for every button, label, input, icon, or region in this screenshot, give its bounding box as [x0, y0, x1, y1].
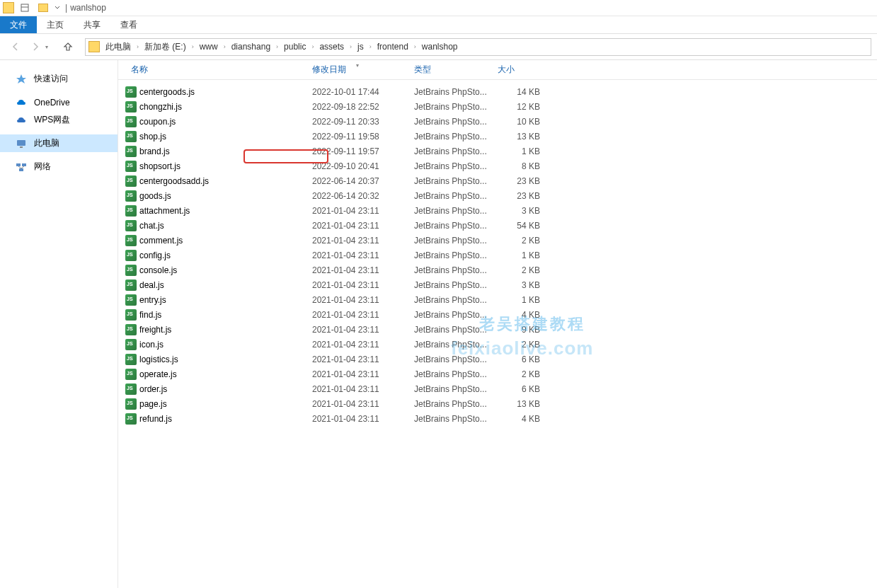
file-type: JetBrains PhpSto... — [414, 132, 498, 142]
file-row[interactable]: chat.js2021-01-04 23:11JetBrains PhpSto.… — [125, 218, 877, 233]
svg-rect-6 — [19, 168, 23, 171]
qat-dropdown[interactable] — [52, 1, 62, 15]
file-row[interactable]: centergoodsadd.js2022-06-14 20:37JetBrai… — [125, 173, 877, 188]
file-date: 2021-01-04 23:11 — [312, 236, 414, 246]
file-type: JetBrains PhpSto... — [414, 161, 498, 171]
sidebar-item-star[interactable]: 快速访问 — [0, 70, 117, 88]
ribbon-tab-view[interactable]: 查看 — [110, 16, 147, 33]
sidebar-item-pc[interactable]: 此电脑 — [0, 134, 117, 152]
breadcrumb-item[interactable]: www — [198, 42, 219, 52]
js-file-icon — [125, 131, 137, 142]
column-header-name[interactable]: 名称 — [125, 64, 306, 76]
svg-rect-2 — [17, 140, 25, 146]
file-name: console.js — [139, 265, 312, 275]
file-row[interactable]: order.js2021-01-04 23:11JetBrains PhpSto… — [125, 381, 877, 396]
file-row[interactable]: page.js2021-01-04 23:11JetBrains PhpSto.… — [125, 396, 877, 411]
file-row[interactable]: operate.js2021-01-04 23:11JetBrains PhpS… — [125, 367, 877, 381]
breadcrumb-item[interactable]: 此电脑 — [104, 41, 132, 53]
js-file-icon — [125, 86, 137, 98]
file-date: 2021-01-04 23:11 — [312, 369, 414, 379]
file-row[interactable]: brand.js2022-09-11 19:57JetBrains PhpSto… — [125, 144, 877, 158]
breadcrumb-item[interactable]: js — [356, 42, 365, 52]
js-file-icon — [125, 324, 137, 335]
file-row[interactable]: shop.js2022-09-11 19:58JetBrains PhpSto.… — [125, 129, 877, 144]
file-date: 2021-01-04 23:11 — [312, 414, 414, 424]
js-file-icon — [125, 146, 137, 157]
file-size: 14 KB — [498, 87, 540, 97]
js-file-icon — [125, 413, 137, 425]
file-size: 13 KB — [498, 399, 540, 409]
breadcrumb-item[interactable]: 新加卷 (E:) — [143, 41, 188, 53]
network-icon — [16, 161, 27, 173]
chevron-right-icon[interactable]: › — [188, 43, 198, 50]
file-list: centergoods.js2022-10-01 17:44JetBrains … — [118, 80, 877, 426]
file-row[interactable]: icon.js2021-01-04 23:11JetBrains PhpSto.… — [125, 337, 877, 352]
breadcrumb-item[interactable]: assets — [318, 42, 345, 52]
address-bar[interactable]: 此电脑›新加卷 (E:)›www›dianshang›public›assets… — [85, 38, 871, 56]
js-file-icon — [125, 175, 137, 187]
sidebar-item-cloud[interactable]: OneDrive — [0, 93, 117, 111]
file-row[interactable]: deal.js2021-01-04 23:11JetBrains PhpSto.… — [125, 277, 877, 292]
chevron-right-icon[interactable]: › — [345, 43, 356, 50]
nav-back-button[interactable] — [6, 37, 25, 57]
file-row[interactable]: comment.js2021-01-04 23:11JetBrains PhpS… — [125, 233, 877, 248]
file-date: 2021-01-04 23:11 — [312, 280, 414, 290]
chevron-right-icon[interactable]: › — [307, 43, 318, 50]
chevron-right-icon[interactable]: › — [132, 43, 143, 50]
file-row[interactable]: entry.js2021-01-04 23:11JetBrains PhpSto… — [125, 292, 877, 307]
breadcrumb-item[interactable]: public — [282, 42, 307, 52]
column-header-type[interactable]: 类型 — [408, 64, 492, 76]
file-type: JetBrains PhpSto... — [414, 176, 498, 186]
sidebar-item-cloud2[interactable]: WPS网盘 — [0, 111, 117, 129]
nav-up-button[interactable] — [58, 37, 78, 57]
file-type: JetBrains PhpSto... — [414, 384, 498, 394]
qat-newfolder-button[interactable] — [35, 1, 52, 15]
file-row[interactable]: refund.js2021-01-04 23:11JetBrains PhpSt… — [125, 411, 877, 426]
star-icon — [16, 74, 27, 85]
file-type: JetBrains PhpSto... — [414, 250, 498, 260]
ribbon-tab-file[interactable]: 文件 — [0, 16, 37, 33]
column-header-size[interactable]: 大小 — [492, 64, 540, 76]
file-date: 2022-06-14 20:37 — [312, 176, 414, 186]
nav-history-dropdown[interactable]: ▾ — [45, 44, 54, 50]
file-row[interactable]: goods.js2022-06-14 20:32JetBrains PhpSto… — [125, 188, 877, 203]
column-header-date[interactable]: ▾ 修改日期 — [306, 64, 408, 76]
file-row[interactable]: freight.js2021-01-04 23:11JetBrains PhpS… — [125, 322, 877, 337]
chevron-right-icon[interactable]: › — [410, 43, 420, 50]
breadcrumb-item[interactable]: frontend — [376, 42, 410, 52]
breadcrumb-item[interactable]: dianshang — [230, 42, 272, 52]
file-size: 6 KB — [498, 354, 540, 364]
address-folder-icon — [88, 41, 100, 52]
file-row[interactable]: find.js2021-01-04 23:11JetBrains PhpSto.… — [125, 307, 877, 322]
titlebar: | wanlshop — [0, 0, 877, 16]
ribbon-tab-home[interactable]: 主页 — [37, 16, 74, 33]
file-size: 4 KB — [498, 310, 540, 320]
chevron-right-icon[interactable]: › — [272, 43, 282, 50]
file-row[interactable]: coupon.js2022-09-11 20:33JetBrains PhpSt… — [125, 114, 877, 129]
svg-rect-5 — [22, 163, 26, 166]
file-row[interactable]: config.js2021-01-04 23:11JetBrains PhpSt… — [125, 248, 877, 263]
sidebar-item-network[interactable]: 网络 — [0, 158, 117, 175]
file-name: order.js — [139, 384, 312, 394]
file-row[interactable]: console.js2021-01-04 23:11JetBrains PhpS… — [125, 263, 877, 277]
ribbon-tab-share[interactable]: 共享 — [74, 16, 110, 33]
chevron-right-icon[interactable]: › — [365, 43, 376, 50]
file-row[interactable]: centergoods.js2022-10-01 17:44JetBrains … — [125, 84, 877, 99]
file-date: 2021-01-04 23:11 — [312, 325, 414, 335]
file-name: page.js — [139, 399, 312, 409]
file-date: 2021-01-04 23:11 — [312, 399, 414, 409]
file-row[interactable]: attachment.js2021-01-04 23:11JetBrains P… — [125, 203, 877, 218]
js-file-icon — [125, 205, 137, 217]
nav-forward-button[interactable] — [25, 37, 45, 57]
file-name: freight.js — [139, 325, 312, 335]
file-date: 2021-01-04 23:11 — [312, 206, 414, 216]
chevron-right-icon[interactable]: › — [219, 43, 230, 50]
file-row[interactable]: chongzhi.js2022-09-18 22:52JetBrains Php… — [125, 99, 877, 114]
file-row[interactable]: shopsort.js2022-09-10 20:41JetBrains Php… — [125, 158, 877, 173]
cloud2-icon — [16, 115, 27, 126]
breadcrumb-item[interactable]: wanlshop — [420, 42, 459, 52]
qat-properties-button[interactable] — [16, 1, 33, 15]
file-size: 2 KB — [498, 340, 540, 350]
file-type: JetBrains PhpSto... — [414, 221, 498, 231]
file-row[interactable]: logistics.js2021-01-04 23:11JetBrains Ph… — [125, 352, 877, 367]
